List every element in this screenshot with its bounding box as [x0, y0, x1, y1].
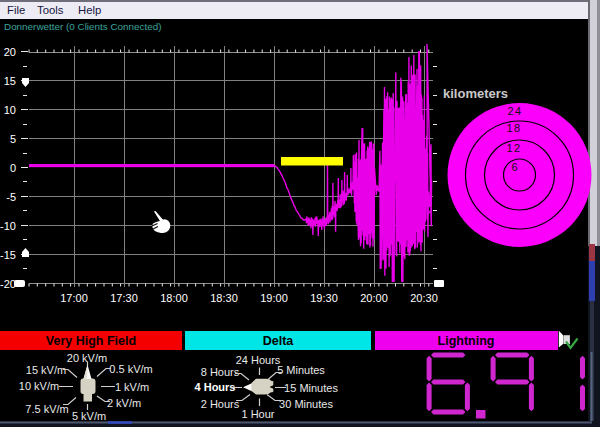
svg-text:0: 0: [10, 162, 16, 174]
svg-text:7.5 kV/m: 7.5 kV/m: [25, 403, 68, 415]
svg-text:15 Minutes: 15 Minutes: [284, 382, 338, 394]
svg-text:-20: -20: [0, 278, 16, 290]
svg-text:Very High Field: Very High Field: [46, 334, 136, 348]
svg-text:20:00: 20:00: [360, 292, 388, 304]
svg-text:18:30: 18:30: [210, 292, 238, 304]
svg-text:Help: Help: [78, 4, 101, 16]
svg-text:5 kV/m: 5 kV/m: [72, 410, 106, 422]
svg-text:15 kV/m: 15 kV/m: [26, 364, 66, 376]
svg-text:17:30: 17:30: [110, 292, 138, 304]
svg-text:0.5 kV/m: 0.5 kV/m: [109, 363, 152, 375]
svg-text:18: 18: [506, 122, 521, 134]
svg-text:8 Hours: 8 Hours: [201, 366, 240, 378]
svg-text:-15: -15: [0, 249, 16, 261]
svg-text:5: 5: [10, 133, 16, 145]
svg-text:2 kV/m: 2 kV/m: [107, 397, 141, 409]
svg-text:-5: -5: [6, 191, 16, 203]
svg-text:10 kV/m: 10 kV/m: [19, 380, 59, 392]
svg-text:20:30: 20:30: [410, 292, 438, 304]
svg-text:1 kV/m: 1 kV/m: [115, 381, 149, 393]
svg-text:Tools: Tools: [37, 4, 64, 16]
svg-text:-10: -10: [0, 220, 16, 232]
svg-text:1 Hour: 1 Hour: [241, 408, 274, 420]
svg-text:10: 10: [4, 104, 16, 116]
svg-text:5 Minutes: 5 Minutes: [277, 364, 325, 376]
svg-text:19:00: 19:00: [260, 292, 288, 304]
svg-text:4 Hours: 4 Hours: [195, 381, 236, 393]
svg-text:24 Hours: 24 Hours: [236, 354, 281, 366]
svg-text:kilometers: kilometers: [443, 86, 508, 101]
svg-text:20: 20: [4, 46, 16, 58]
svg-text:Lightning: Lightning: [438, 334, 495, 348]
svg-text:17:00: 17:00: [60, 292, 88, 304]
svg-text:Delta: Delta: [263, 334, 295, 348]
svg-text:File: File: [7, 4, 25, 16]
svg-text:Donnerwetter (0 Clients Connec: Donnerwetter (0 Clients Connected): [4, 21, 162, 32]
svg-text:2 Hours: 2 Hours: [201, 398, 240, 410]
svg-text:30 Minutes: 30 Minutes: [279, 398, 333, 410]
svg-text:12: 12: [506, 142, 521, 154]
svg-text:19:30: 19:30: [310, 292, 338, 304]
svg-text:18:00: 18:00: [160, 292, 188, 304]
svg-text:6: 6: [511, 161, 517, 173]
svg-text:24: 24: [507, 105, 522, 117]
svg-text:15: 15: [4, 75, 16, 87]
